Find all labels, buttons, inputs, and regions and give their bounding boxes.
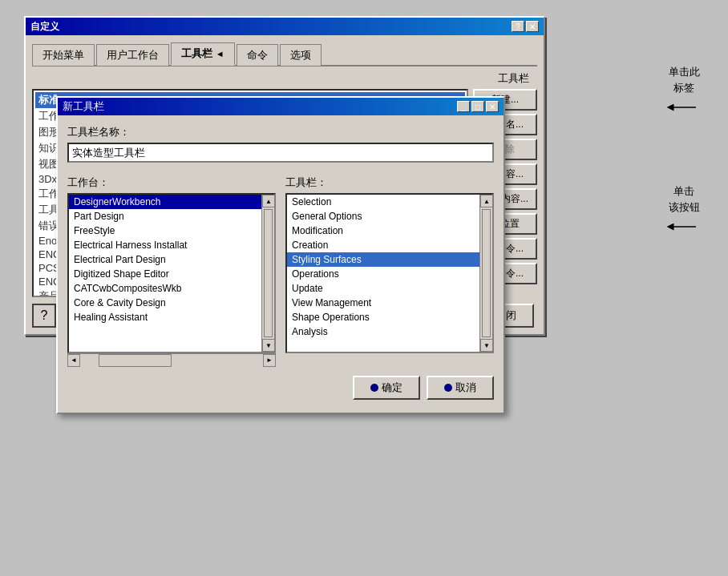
workbench-scrollbar[interactable]: ▲ ▼: [261, 195, 274, 352]
workbench-col-header: 工作台：: [67, 175, 276, 190]
annotation-click-button-text: 单击该按钮: [669, 183, 700, 215]
tab-command[interactable]: 命令: [237, 44, 278, 66]
scroll-down-icon[interactable]: ▼: [262, 339, 275, 352]
horizontal-scrollbar[interactable]: ◄ ►: [67, 353, 276, 366]
annotation-arrow-1: [664, 95, 704, 119]
toolbar-item-9[interactable]: Analysis: [287, 324, 479, 339]
workbench-item-8[interactable]: Healing Assistant: [69, 310, 261, 324]
toolbar-item-8[interactable]: Shape Operations: [287, 310, 479, 324]
toolbar-item-6[interactable]: Update: [287, 281, 479, 296]
maximize-button[interactable]: □: [471, 101, 484, 112]
dialog-bottom-buttons: 确定 取消: [67, 376, 494, 403]
annotation-arrow-2: [664, 215, 704, 239]
toolbar-items-container: Selection General Options Modification C…: [285, 193, 494, 353]
confirm-icon: [370, 384, 378, 392]
toolbar-item-5[interactable]: Operations: [287, 267, 479, 281]
help-button[interactable]: ?: [512, 21, 524, 32]
tab-toolbar[interactable]: 工具栏 ◄: [171, 42, 235, 66]
close-new-toolbar-button[interactable]: ✕: [486, 101, 499, 112]
tab-start-menu[interactable]: 开始菜单: [32, 44, 95, 66]
scroll-up-icon[interactable]: ▲: [262, 195, 275, 207]
hscroll-track: [80, 354, 263, 367]
scroll-thumb: [264, 209, 273, 337]
annotation-click-tab: 单击此标签: [664, 64, 704, 119]
toolbar-label-area: 工具栏: [32, 71, 537, 86]
workbench-item-5[interactable]: Digitized Shape Editor: [69, 267, 261, 281]
workbench-item-4[interactable]: Electrical Part Design: [69, 252, 261, 267]
cancel-button[interactable]: 取消: [427, 376, 494, 400]
tab-arrow-icon: ◄: [216, 49, 224, 58]
toolbar-scroll-up-icon[interactable]: ▲: [480, 195, 493, 207]
workbench-list-container: DesignerWorkbench Part Design FreeStyle …: [67, 193, 276, 353]
confirm-label: 确定: [382, 381, 402, 395]
workbench-list[interactable]: DesignerWorkbench Part Design FreeStyle …: [69, 195, 261, 352]
two-col-area: 工作台： DesignerWorkbench Part Design FreeS…: [67, 175, 494, 366]
workbench-item-1[interactable]: Part Design: [69, 209, 261, 224]
workbench-item-0[interactable]: DesignerWorkbench: [69, 195, 261, 209]
workbench-item-6[interactable]: CATCwbCompositesWkb: [69, 281, 261, 296]
toolbar-scrollbar[interactable]: ▲ ▼: [479, 195, 492, 352]
toolbar-items-list[interactable]: Selection General Options Modification C…: [287, 195, 479, 352]
cancel-label: 取消: [455, 381, 476, 395]
main-title-bar: 自定义 ? ✕: [26, 18, 544, 35]
toolbar-scroll-down-icon[interactable]: ▼: [480, 339, 493, 352]
cancel-icon: [444, 384, 452, 392]
toolbar-name-input[interactable]: [67, 143, 494, 163]
scroll-right-icon[interactable]: ►: [263, 354, 276, 367]
new-toolbar-title-bar: 新工具栏 _ □ ✕: [58, 98, 504, 115]
tab-options[interactable]: 选项: [280, 44, 322, 66]
toolbar-item-0[interactable]: Selection: [287, 195, 479, 209]
close-title-btn[interactable]: ✕: [526, 21, 539, 32]
scroll-left-icon[interactable]: ◄: [67, 354, 80, 367]
toolbar-item-1[interactable]: General Options: [287, 209, 479, 224]
hscroll-thumb: [99, 354, 172, 367]
annotation-click-button: 单击该按钮: [664, 183, 704, 239]
annotation-click-tab-text: 单击此标签: [669, 64, 700, 95]
toolbar-item-styling-surfaces[interactable]: Styling Surfaces: [287, 252, 479, 267]
workbench-col: 工作台： DesignerWorkbench Part Design FreeS…: [67, 175, 276, 366]
toolbar-item-7[interactable]: View Management: [287, 296, 479, 310]
new-toolbar-content: 工具栏名称： 工作台： DesignerWorkbench Part Desig…: [58, 115, 504, 413]
toolbar-col: 工具栏： Selection General Options Modificat…: [285, 175, 494, 366]
title-bar-controls: ? ✕: [512, 21, 539, 32]
tab-user-workbench[interactable]: 用户工作台: [96, 44, 169, 66]
annotations: 单击此标签 单击该按钮: [664, 64, 704, 239]
toolbar-col-header: 工具栏：: [285, 175, 494, 190]
minimize-button[interactable]: _: [457, 101, 470, 112]
new-toolbar-window-controls: _ □ ✕: [457, 101, 499, 112]
tab-bar: 开始菜单 用户工作台 工具栏 ◄ 命令 选项: [32, 42, 537, 66]
toolbar-name-label: 工具栏名称：: [67, 125, 494, 139]
workbench-item-7[interactable]: Core & Cavity Design: [69, 296, 261, 310]
toolbar-item-2[interactable]: Modification: [287, 224, 479, 238]
question-icon[interactable]: ?: [32, 304, 56, 328]
workbench-item-2[interactable]: FreeStyle: [69, 224, 261, 238]
toolbar-section-label: 工具栏: [498, 71, 529, 86]
new-toolbar-dialog: 新工具栏 _ □ ✕ 工具栏名称： 工作台： DesignerWorkbench…: [56, 96, 505, 414]
toolbar-item-3[interactable]: Creation: [287, 238, 479, 252]
toolbar-scroll-thumb: [482, 209, 491, 337]
new-toolbar-dialog-title: 新工具栏: [63, 99, 104, 114]
workbench-item-3[interactable]: Electrical Harness Installat: [69, 238, 261, 252]
main-dialog-title: 自定义: [30, 20, 59, 34]
confirm-button[interactable]: 确定: [353, 376, 420, 400]
